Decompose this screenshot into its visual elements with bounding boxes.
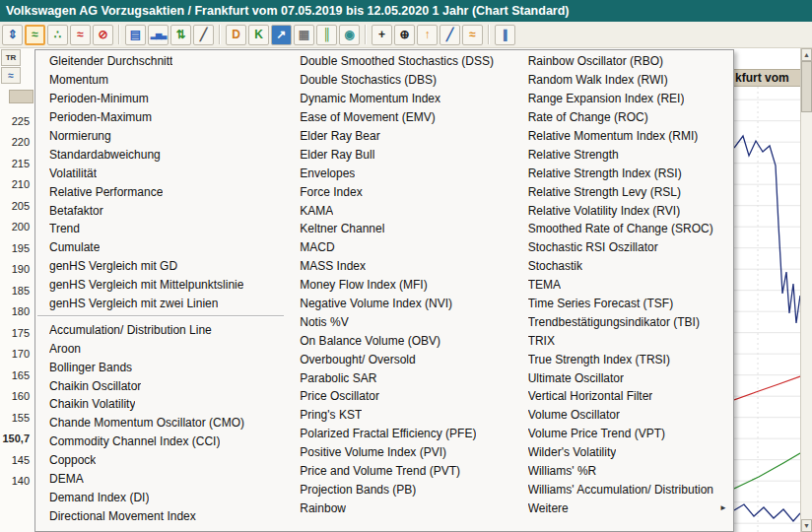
- menu-item[interactable]: Range Expansion Index (REI): [514, 90, 733, 108]
- crosshair-icon[interactable]: ⊕: [394, 25, 415, 45]
- menu-item[interactable]: Double Smoothed Stochastics (DSS): [286, 52, 513, 71]
- scroll-down-button[interactable]: ▼: [801, 519, 812, 532]
- menu-item[interactable]: Weitere►: [514, 499, 733, 517]
- menu-item[interactable]: Relative Strength: [514, 145, 733, 164]
- menu-item[interactable]: Rainbow Oscillator (RBO): [514, 52, 733, 71]
- menu-item[interactable]: Williams' %R: [514, 462, 733, 481]
- menu-item[interactable]: Commodity Channel Index (CCI): [35, 432, 286, 451]
- menu-item[interactable]: Stochastik: [514, 257, 733, 276]
- compass-icon[interactable]: ◉: [339, 25, 360, 45]
- menu-item[interactable]: genHS Vergleich mit Mittelpunktslinie: [35, 276, 286, 295]
- mini-chart-tool-button[interactable]: ≈: [1, 67, 21, 84]
- arrows-updown-icon[interactable]: ⇅: [170, 25, 191, 45]
- menu-item[interactable]: Rate of Change (ROC): [514, 108, 733, 127]
- menu-item[interactable]: Normierung: [35, 127, 286, 146]
- menu-item[interactable]: Chaikin Volatility: [35, 395, 286, 414]
- indicators-menu-icon[interactable]: ≈: [25, 25, 45, 45]
- pointer-arrows-icon[interactable]: ⇕: [2, 25, 23, 45]
- vertical-scrollbar[interactable]: ▲ ▼: [800, 48, 812, 532]
- menu-item[interactable]: Gleitender Durchschnitt: [35, 52, 286, 71]
- edit-curve-icon[interactable]: ╱: [193, 25, 214, 45]
- menu-item[interactable]: Projection Bands (PB): [286, 480, 513, 499]
- menu-item[interactable]: Relative Performance: [35, 182, 286, 201]
- menu-item[interactable]: Demand Index (DI): [35, 488, 286, 506]
- tr-tool-button[interactable]: TR: [1, 49, 21, 66]
- histogram-icon[interactable]: ▂▅▃: [148, 25, 169, 45]
- menu-item[interactable]: Relative Strength Levy (RSL): [514, 182, 733, 201]
- menu-item[interactable]: MACD: [286, 238, 513, 257]
- menu-item[interactable]: Positive Volume Index (PVI): [286, 443, 513, 462]
- menu-item[interactable]: Bollinger Bands: [35, 358, 286, 376]
- menu-item[interactable]: genHS Vergleich mit GD: [35, 257, 286, 276]
- menu-item[interactable]: Stochastic RSI Oszillator: [514, 238, 733, 257]
- menu-item[interactable]: Standardabweichung: [35, 145, 286, 164]
- menu-item[interactable]: Overbought/ Oversold: [286, 350, 513, 368]
- menu-item[interactable]: KAMA: [286, 201, 513, 220]
- menu-item[interactable]: Chande Momentum Oscillator (CMO): [35, 414, 286, 432]
- scroll-thumb[interactable]: [801, 61, 812, 112]
- menu-item[interactable]: True Strength Index (TRSI): [514, 350, 733, 368]
- menu-item[interactable]: DEMA: [35, 470, 286, 489]
- menu-item[interactable]: TEMA: [514, 276, 733, 295]
- menu-item[interactable]: genHS Vergleich mit zwei Linien: [35, 295, 286, 313]
- line-chart-mode-icon[interactable]: ↗: [271, 25, 292, 45]
- menu-item[interactable]: Force Index: [286, 182, 513, 201]
- pencil-icon[interactable]: ╱: [440, 25, 460, 45]
- menu-item[interactable]: Keltner Channel: [286, 220, 513, 238]
- up-arrow-icon[interactable]: ↑: [417, 25, 438, 45]
- menu-item[interactable]: Volatilität: [35, 164, 286, 182]
- menu-item[interactable]: Random Walk Index (RWI): [514, 71, 733, 90]
- menu-item[interactable]: On Balance Volume (OBV): [286, 331, 513, 350]
- menu-item[interactable]: Momentum: [35, 71, 286, 90]
- menu-item[interactable]: Dynamic Momentum Index: [286, 90, 513, 108]
- menu-item[interactable]: Pring's KST: [286, 406, 513, 425]
- menu-item[interactable]: Elder Ray Bull: [286, 145, 513, 164]
- menu-item[interactable]: Vertical Horizontal Filter: [514, 387, 733, 406]
- menu-item[interactable]: Trendbestätigungsindikator (TBI): [514, 312, 733, 331]
- zigzag-icon[interactable]: ≈: [462, 25, 483, 45]
- add-cross-icon[interactable]: +: [372, 25, 392, 45]
- menu-item[interactable]: Williams' Accumulation/ Distribution: [514, 480, 733, 499]
- menu-item[interactable]: Cumulate: [35, 238, 286, 257]
- chart-window-icon[interactable]: ▤: [125, 25, 146, 45]
- menu-item[interactable]: Double Stochastics (DBS): [286, 71, 513, 90]
- menu-item[interactable]: Aroon: [35, 339, 286, 358]
- scatter-icon[interactable]: ∴: [47, 25, 68, 45]
- menu-item[interactable]: Parabolic SAR: [286, 368, 513, 387]
- menu-item[interactable]: Directional Movement Index: [35, 506, 286, 525]
- menu-item[interactable]: Price Oscillator: [286, 387, 513, 406]
- menu-item[interactable]: Perioden-Minimum: [35, 90, 286, 108]
- menu-item[interactable]: Accumulation/ Distribution Line: [35, 320, 286, 339]
- menu-item[interactable]: Relative Momentum Index (RMI): [514, 127, 733, 146]
- menu-item[interactable]: Money Flow Index (MFI): [286, 276, 513, 295]
- menu-item[interactable]: Perioden-Maximum: [35, 108, 286, 127]
- menu-item[interactable]: TRIX: [514, 331, 733, 350]
- period-day-icon[interactable]: D: [226, 25, 246, 45]
- menu-item[interactable]: Relative Volatility Index (RVI): [514, 201, 733, 220]
- menu-item[interactable]: Relative Strength Index (RSI): [514, 164, 733, 182]
- menu-item[interactable]: Wilder's Volatility: [514, 443, 733, 462]
- menu-item[interactable]: Volume Oscillator: [514, 406, 733, 425]
- grid-icon[interactable]: ▦: [294, 25, 314, 45]
- menu-item[interactable]: Ultimate Oscillator: [514, 368, 733, 387]
- menu-item[interactable]: Notis %V: [286, 312, 513, 331]
- menu-item[interactable]: Negative Volume Index (NVI): [286, 295, 513, 313]
- trend-line-icon[interactable]: ≈: [70, 25, 91, 45]
- menu-item[interactable]: Smoothed Rate of Change (SROC): [514, 220, 733, 238]
- menu-item[interactable]: Coppock: [35, 451, 286, 470]
- menu-item[interactable]: Rainbow: [286, 499, 513, 517]
- scroll-up-button[interactable]: ▲: [801, 48, 812, 61]
- remove-indicator-icon[interactable]: ⊘: [93, 25, 113, 45]
- candlestick-icon[interactable]: ║: [316, 25, 337, 45]
- candle-period-icon[interactable]: K: [248, 25, 269, 45]
- menu-item[interactable]: Chaikin Oscillator: [35, 376, 286, 395]
- menu-item[interactable]: Price and Volume Trend (PVT): [286, 462, 513, 481]
- menu-item[interactable]: Betafaktor: [35, 201, 286, 220]
- menu-item[interactable]: Time Series Forecast (TSF): [514, 295, 733, 313]
- menu-item[interactable]: Volume Price Trend (VPT): [514, 425, 733, 443]
- menu-item[interactable]: Ease of Movement (EMV): [286, 108, 513, 127]
- menu-item[interactable]: Elder Ray Bear: [286, 127, 513, 146]
- menu-item[interactable]: Trend: [35, 220, 286, 238]
- parallel-lines-icon[interactable]: ∥: [495, 25, 515, 45]
- menu-item[interactable]: MASS Index: [286, 257, 513, 276]
